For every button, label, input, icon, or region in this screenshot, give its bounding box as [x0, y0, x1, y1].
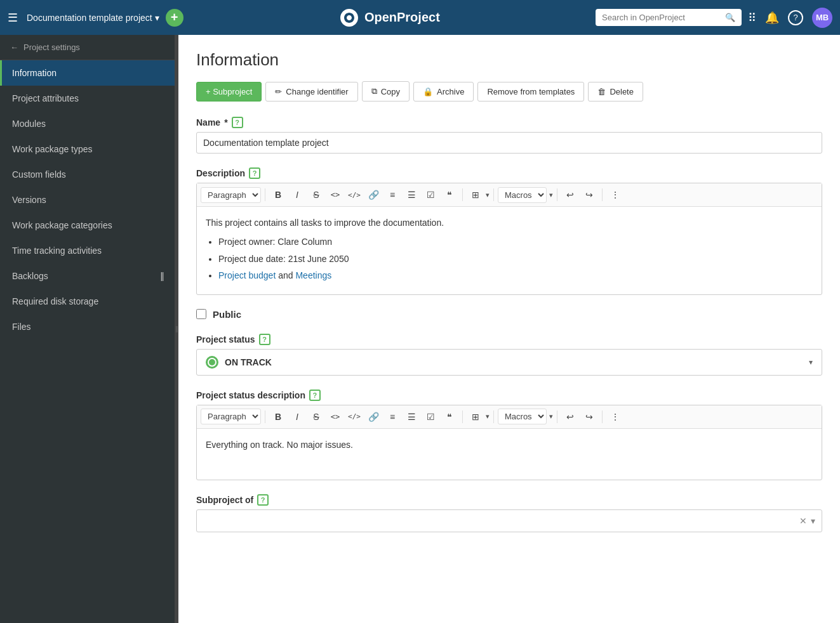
sidebar-item-work-package-categories[interactable]: Work package categories: [0, 213, 175, 238]
sidebar-item-work-package-types[interactable]: Work package types: [0, 136, 175, 162]
paragraph-select[interactable]: Paragraph: [201, 187, 261, 203]
code-block-button[interactable]: </>: [345, 186, 363, 204]
sidebar-item-files[interactable]: Files: [0, 314, 175, 339]
ordered-list-button[interactable]: ☰: [403, 186, 420, 204]
search-bar[interactable]: 🔍: [596, 9, 742, 26]
project-status-description-group: Project status description ? Paragraph B…: [196, 390, 822, 480]
toolbar-divider-3: [493, 188, 494, 201]
project-status-field-group: Project status ? ON TRACK ▾: [196, 334, 822, 376]
sidebar-item-information[interactable]: Information: [0, 60, 175, 86]
search-input[interactable]: [602, 13, 721, 22]
archive-button[interactable]: 🔒 Archive: [413, 82, 474, 102]
italic-button[interactable]: I: [288, 186, 306, 204]
project-status-help-icon[interactable]: ?: [259, 334, 270, 345]
project-status-label: Project status ?: [196, 334, 822, 345]
sd-table-dropdown[interactable]: ▾: [486, 412, 490, 421]
sd-undo-button[interactable]: ↩: [561, 408, 579, 426]
app-logo: OpenProject: [190, 8, 589, 28]
status-description-editor-content[interactable]: Everything on track. No major issues.: [197, 429, 822, 480]
app-layout: ← Project settings Information Project a…: [0, 35, 840, 623]
bell-icon[interactable]: 🔔: [765, 11, 779, 25]
strikethrough-button[interactable]: S: [307, 186, 325, 204]
grid-icon[interactable]: ⠿: [748, 11, 756, 25]
public-checkbox[interactable]: [196, 309, 206, 319]
toolbar-divider-4: [557, 188, 557, 201]
sd-macros-select[interactable]: Macros: [498, 409, 547, 424]
pencil-icon: ✏: [275, 87, 282, 96]
task-list-button[interactable]: ☑: [422, 186, 439, 204]
status-dot: [206, 356, 218, 369]
sd-ordered-list-button[interactable]: ☰: [403, 408, 420, 426]
sd-bold-button[interactable]: B: [269, 408, 287, 426]
project-name-nav[interactable]: Documentation template project ▾: [27, 13, 159, 23]
bold-button[interactable]: B: [269, 186, 287, 204]
bullet-list-button[interactable]: ≡: [383, 186, 401, 204]
sidebar-item-required-disk-storage[interactable]: Required disk storage: [0, 289, 175, 314]
sd-inline-code-button[interactable]: <>: [326, 408, 344, 426]
sd-toolbar-divider-1: [265, 410, 265, 423]
sd-table-button[interactable]: ⊞: [467, 408, 484, 426]
link-button[interactable]: 🔗: [364, 186, 382, 204]
description-editor-content[interactable]: This project contains all tasks to impro…: [197, 207, 822, 294]
delete-button[interactable]: 🗑 Delete: [588, 82, 643, 102]
sidebar-item-project-attributes[interactable]: Project attributes: [0, 86, 175, 111]
change-identifier-button[interactable]: ✏ Change identifier: [265, 82, 357, 102]
subproject-of-label: Subproject of ?: [196, 494, 822, 506]
quote-button[interactable]: ❝: [441, 186, 458, 204]
add-subproject-button[interactable]: + Subproject: [196, 82, 262, 102]
sd-redo-button[interactable]: ↪: [580, 408, 598, 426]
status-desc-paragraph-select[interactable]: Paragraph: [201, 409, 261, 424]
description-help-icon[interactable]: ?: [249, 167, 260, 179]
more-options-button[interactable]: ⋮: [606, 186, 624, 204]
hamburger-icon[interactable]: ☰: [8, 11, 18, 25]
sidebar-item-time-tracking-activities[interactable]: Time tracking activities: [0, 238, 175, 263]
sd-toolbar-divider-2: [462, 410, 463, 423]
public-field-group: Public: [196, 309, 822, 320]
sd-task-list-button[interactable]: ☑: [422, 408, 439, 426]
project-status-dropdown[interactable]: ON TRACK ▾: [196, 349, 822, 376]
macros-select[interactable]: Macros: [498, 187, 547, 203]
avatar[interactable]: MB: [812, 8, 832, 28]
sidebar-item-modules[interactable]: Modules: [0, 111, 175, 136]
sd-italic-button[interactable]: I: [288, 408, 306, 426]
sidebar: ← Project settings Information Project a…: [0, 35, 175, 623]
subproject-of-input[interactable]: ✕ ▾: [196, 509, 822, 532]
main-content: Information + Subproject ✏ Change identi…: [178, 35, 840, 623]
description-editor-toolbar: Paragraph B I S <> </> 🔗 ≡ ☰ ☑ ❝ ⊞ ▾: [197, 183, 822, 207]
sidebar-item-custom-fields[interactable]: Custom fields: [0, 162, 175, 187]
redo-button[interactable]: ↪: [580, 186, 598, 204]
project-status-description-help-icon[interactable]: ?: [309, 390, 321, 401]
help-icon[interactable]: ?: [788, 10, 803, 25]
toolbar-divider-2: [462, 188, 463, 201]
subproject-dropdown-icon[interactable]: ▾: [811, 516, 815, 526]
status-dot-inner: [209, 359, 215, 365]
sd-more-options-button[interactable]: ⋮: [606, 408, 624, 426]
inline-code-button[interactable]: <>: [326, 186, 344, 204]
remove-from-templates-button[interactable]: Remove from templates: [477, 82, 584, 102]
meetings-link[interactable]: Meetings: [295, 270, 331, 280]
trash-icon: 🗑: [597, 87, 606, 96]
undo-button[interactable]: ↩: [561, 186, 579, 204]
subproject-clear-icon[interactable]: ✕: [799, 516, 807, 526]
navbar-actions: ⠿ 🔔 ? MB: [748, 8, 832, 28]
macros-dropdown[interactable]: ▾: [549, 191, 553, 199]
subproject-of-help-icon[interactable]: ?: [257, 494, 269, 506]
sd-strikethrough-button[interactable]: S: [307, 408, 325, 426]
name-input[interactable]: [196, 132, 822, 154]
sd-macros-dropdown[interactable]: ▾: [549, 412, 553, 421]
public-label[interactable]: Public: [213, 309, 241, 320]
name-field-group: Name* ?: [196, 117, 822, 154]
name-help-icon[interactable]: ?: [232, 117, 243, 128]
sd-link-button[interactable]: 🔗: [364, 408, 382, 426]
sidebar-item-backlogs[interactable]: Backlogs ‖: [0, 263, 175, 289]
copy-button[interactable]: ⧉ Copy: [362, 81, 410, 102]
sd-code-block-button[interactable]: </>: [345, 408, 363, 426]
sd-bullet-list-button[interactable]: ≡: [383, 408, 401, 426]
sidebar-back-button[interactable]: ← Project settings: [0, 35, 175, 60]
table-dropdown[interactable]: ▾: [486, 191, 490, 199]
add-project-button[interactable]: +: [166, 9, 183, 27]
sidebar-item-versions[interactable]: Versions: [0, 187, 175, 213]
project-budget-link[interactable]: Project budget: [218, 270, 276, 280]
table-button[interactable]: ⊞: [467, 186, 484, 204]
sd-quote-button[interactable]: ❝: [441, 408, 458, 426]
